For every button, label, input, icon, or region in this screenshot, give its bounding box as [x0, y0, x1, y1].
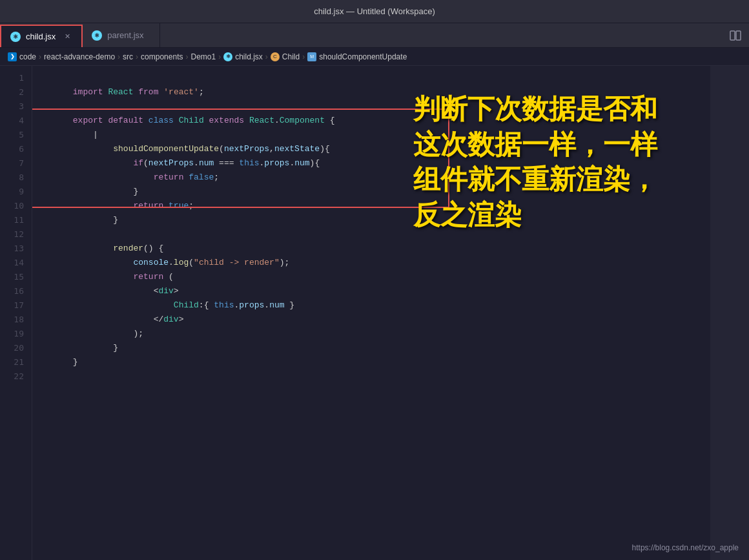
line-num-3: 3 [0, 99, 32, 114]
breadcrumb-components[interactable]: components [141, 52, 183, 61]
breadcrumb-sep7: › [302, 52, 305, 61]
breadcrumb-code[interactable]: code [19, 52, 36, 61]
tab-react-icon: ⚛ [10, 32, 21, 42]
tab-parent-jsx[interactable]: ⚛ parent.jsx [83, 23, 160, 47]
title-bar: child.jsx — Untitled (Workspace) [0, 0, 749, 23]
line-num-21: 21 [0, 355, 32, 369]
code-line-14: return ( [43, 256, 710, 270]
line-num-16: 16 [0, 284, 32, 298]
line-num-22: 22 [0, 369, 32, 384]
tab-parent-label: parent.jsx [107, 30, 143, 40]
line-num-10: 10 [0, 199, 32, 213]
breadcrumb-demo1[interactable]: Demo1 [190, 52, 216, 61]
annotation-text: 判断下次数据是否和这次数据一样，一样组件就不重新渲染，反之渲染 [413, 92, 736, 233]
breadcrumb-vscode-icon: ❯ [8, 52, 17, 61]
tab-child-label: child.jsx [26, 32, 56, 41]
line-num-14: 14 [0, 256, 32, 270]
line-num-5: 5 [0, 128, 32, 142]
split-editor-icon[interactable] [730, 23, 741, 47]
tab-bar: ⚛ child.jsx ✕ ⚛ parent.jsx [0, 23, 749, 48]
breadcrumb-sep2: › [118, 52, 120, 61]
code-line-17: </div> [43, 298, 710, 313]
line-num-12: 12 [0, 227, 32, 242]
code-line-19: } [43, 327, 710, 341]
code-line-20: } [43, 341, 710, 355]
breadcrumb-sep4: › [185, 52, 188, 61]
line-num-6: 6 [0, 142, 32, 156]
line-num-13: 13 [0, 242, 32, 256]
code-line-15: <div> [43, 270, 710, 284]
breadcrumb-childjsx[interactable]: child.jsx [235, 52, 263, 61]
line-num-7: 7 [0, 156, 32, 171]
line-num-4: 4 [0, 114, 32, 128]
watermark: https://blog.csdn.net/zxo_apple [632, 543, 739, 552]
breadcrumb-method-icon: M [307, 52, 316, 61]
breadcrumb-sep3: › [136, 52, 138, 61]
breadcrumb-child-class[interactable]: Child [282, 52, 300, 61]
tab-close-button[interactable]: ✕ [62, 32, 72, 42]
code-line-16: Child:{ this.props.num } [43, 284, 710, 298]
svg-rect-0 [730, 31, 735, 40]
tab-child-jsx[interactable]: ⚛ child.jsx ✕ [0, 25, 83, 47]
line-num-11: 11 [0, 213, 32, 227]
code-line-13: console.log("child -> render"); [43, 242, 710, 256]
line-num-18: 18 [0, 313, 32, 327]
code-line-1: import React from 'react'; [43, 71, 710, 85]
line-num-19: 19 [0, 327, 32, 341]
annotation-overlay: 判断下次数据是否和这次数据一样，一样组件就不重新渲染，反之渲染 [413, 92, 736, 233]
line-numbers: 1 2 3 4 5 6 7 8 9 10 11 12 13 14 15 16 1… [0, 66, 32, 560]
breadcrumb-childjsx-icon: ⚛ [223, 52, 232, 61]
line-num-15: 15 [0, 270, 32, 284]
line-num-20: 20 [0, 341, 32, 355]
code-line-21 [43, 355, 710, 369]
svg-rect-1 [736, 31, 741, 40]
line-num-9: 9 [0, 185, 32, 199]
breadcrumb-src[interactable]: src [123, 52, 133, 61]
breadcrumb: ❯ code › react-advance-demo › src › comp… [0, 48, 749, 66]
breadcrumb-child-class-icon: C [271, 52, 280, 61]
breadcrumb-sep1: › [39, 52, 41, 61]
line-num-2: 2 [0, 85, 32, 99]
breadcrumb-method[interactable]: shouldComponentUpdate [319, 52, 407, 61]
line-num-8: 8 [0, 171, 32, 185]
line-num-1: 1 [0, 71, 32, 85]
breadcrumb-react-advance-demo[interactable]: react-advance-demo [44, 52, 115, 61]
code-line-18: ); [43, 313, 710, 327]
breadcrumb-sep5: › [218, 52, 221, 61]
code-line-22 [43, 369, 710, 384]
line-num-17: 17 [0, 298, 32, 313]
tab-parent-react-icon: ⚛ [92, 30, 102, 41]
breadcrumb-sep6: › [265, 52, 268, 61]
window-title: child.jsx — Untitled (Workspace) [314, 6, 435, 16]
